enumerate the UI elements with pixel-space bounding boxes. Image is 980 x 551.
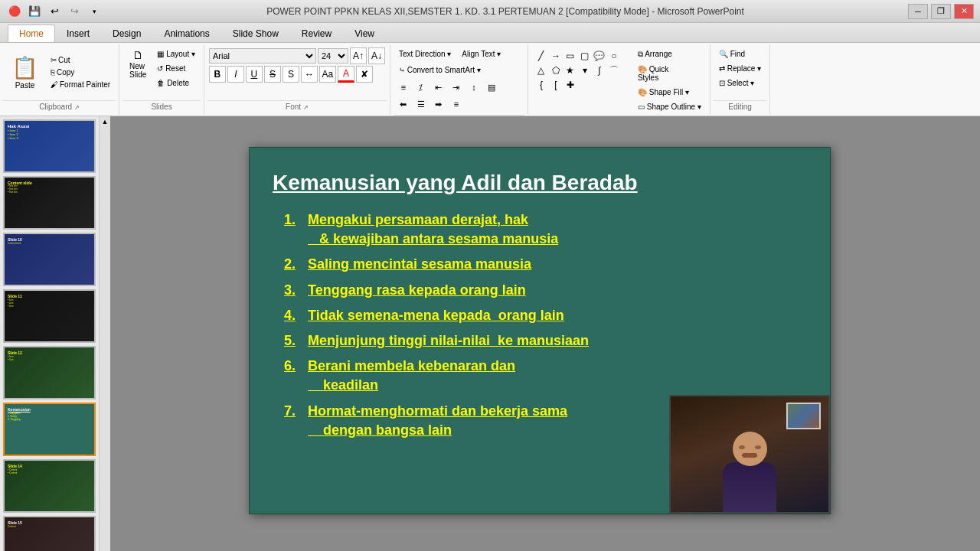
save-button[interactable]: 💾: [26, 3, 43, 20]
tab-home[interactable]: Home: [8, 24, 55, 42]
slide-canvas-area: ▲ ▼ Kemanusian yang Adil dan Beradab 1. …: [100, 116, 980, 551]
layout-icon: ▦: [157, 50, 164, 58]
slide-thumb-8[interactable]: 8 Hak Asasi • Item 1• Item 2• Item 3: [3, 119, 96, 173]
quick-access-more[interactable]: ▾: [86, 3, 103, 20]
slide-canvas[interactable]: Kemanusian yang Adil dan Beradab 1. Meng…: [249, 147, 831, 514]
shape-rounded-rect[interactable]: ▢: [578, 49, 592, 63]
decrease-font-button[interactable]: A↓: [368, 47, 385, 64]
shape-connector[interactable]: ⌒: [607, 64, 621, 77]
slide-thumb-11[interactable]: 11 Slide 11 • Line• Line• Line: [3, 289, 96, 343]
font-size-select[interactable]: 24: [318, 48, 348, 64]
slides-panel: 8 Hak Asasi • Item 1• Item 2• Item 3 9 C…: [0, 116, 100, 551]
window-controls: ─ ❐ ✕: [908, 4, 974, 19]
reset-icon: ↺: [157, 64, 163, 73]
tab-review[interactable]: Review: [290, 24, 343, 42]
format-painter-icon: 🖌: [51, 80, 58, 89]
shape-bracket[interactable]: [: [549, 78, 563, 92]
shape-callout[interactable]: 💬: [593, 49, 606, 63]
bullets-button[interactable]: ≡: [395, 80, 412, 95]
replace-button[interactable]: ⇄ Replace ▾: [715, 62, 765, 75]
layout-button[interactable]: ▦ Layout ▾: [153, 47, 199, 60]
new-slide-button[interactable]: 🗋 NewSlide: [124, 47, 152, 81]
font-color-button[interactable]: A: [338, 66, 354, 83]
tab-insert[interactable]: Insert: [55, 24, 101, 42]
shape-brace[interactable]: {: [534, 78, 548, 92]
italic-button[interactable]: I: [227, 66, 244, 83]
shape-star[interactable]: ★: [564, 64, 577, 77]
increase-indent-button[interactable]: ⇥: [448, 80, 465, 95]
align-left-button[interactable]: ⬅: [395, 96, 412, 112]
paragraph-controls: Text Direction ▾ Align Text ▾ ⤷ Convert …: [395, 47, 505, 112]
restore-button[interactable]: ❐: [931, 4, 951, 19]
ribbon-group-clipboard: 📋 Paste ✂ Cut ⎘ Copy 🖌 Format Painter Cl…: [0, 44, 119, 114]
underline-button[interactable]: U: [246, 66, 263, 83]
shape-outline-button[interactable]: ▭ Shape Outline ▾: [634, 100, 705, 113]
line-spacing-button[interactable]: ↕: [466, 80, 482, 95]
shape-more[interactable]: ▾: [578, 64, 592, 77]
shadow-button[interactable]: S: [283, 66, 299, 83]
slide-thumb-10[interactable]: 10 Slide 10 Content here: [3, 233, 96, 286]
paste-label: Paste: [15, 81, 35, 90]
shape-rect[interactable]: ▭: [564, 49, 577, 63]
scroll-up-arrow[interactable]: ▲: [100, 116, 110, 127]
shape-triangle[interactable]: △: [534, 64, 548, 77]
clear-format-button[interactable]: ✘: [356, 66, 373, 83]
ribbon-group-drawing: ╱ → ▭ ▢ 💬 ○ △ ⬠ ★ ▾ ∫ ⌒ { [ ✚ ⧉ Arrange …: [528, 44, 710, 114]
font-controls: Arial 24 A↑ A↓ B I U S S ↔ Aa A: [209, 47, 385, 83]
shape-arrow[interactable]: →: [549, 49, 563, 63]
justify-button[interactable]: ≡: [448, 96, 465, 112]
slide-thumb-14[interactable]: 14 Slide 14 • Content• Content: [3, 459, 96, 513]
shape-pentagon[interactable]: ⬠: [549, 64, 563, 77]
arrange-button[interactable]: ⧉ Arrange: [634, 47, 705, 61]
slide-thumb-15[interactable]: 15 Slide 15 Content: [3, 516, 96, 551]
delete-button[interactable]: 🗑 Delete: [153, 77, 199, 90]
clipboard-sub: ✂ Cut ⎘ Copy 🖌 Format Painter: [47, 47, 114, 97]
tab-animations[interactable]: Animations: [152, 24, 220, 42]
align-text-button[interactable]: Align Text ▾: [458, 47, 505, 60]
tab-view[interactable]: View: [343, 24, 386, 42]
paste-button[interactable]: 📋 Paste: [5, 47, 45, 97]
find-button[interactable]: 🔍 Find: [715, 47, 749, 60]
align-right-button[interactable]: ➡: [430, 96, 447, 112]
cut-button[interactable]: ✂ Cut: [47, 54, 114, 66]
convert-smartart-button[interactable]: ⤷ Convert to SmartArt ▾: [395, 64, 505, 77]
change-case-button[interactable]: Aa: [319, 66, 336, 83]
shape-line[interactable]: ╱: [534, 49, 548, 63]
tab-slideshow[interactable]: Slide Show: [221, 24, 290, 42]
shape-curve[interactable]: ∫: [593, 64, 606, 77]
shape-oval[interactable]: ○: [607, 49, 621, 63]
tab-design[interactable]: Design: [101, 24, 152, 42]
slide-thumb-13[interactable]: 13 Kemanusian 1. Mengakui2. Saling3. Ten…: [3, 403, 96, 456]
reset-button[interactable]: ↺ Reset: [153, 62, 199, 75]
list-item: 3. Tenggang rasa kepada orang lain: [273, 281, 807, 300]
numbering-button[interactable]: ⁒: [413, 80, 430, 95]
text-direction-button[interactable]: Text Direction ▾: [395, 47, 455, 60]
close-button[interactable]: ✕: [954, 4, 974, 19]
list-item: 2. Saling mencintai sesama manusia: [273, 255, 807, 274]
ribbon-group-paragraph: Text Direction ▾ Align Text ▾ ⤷ Convert …: [390, 44, 528, 114]
content-area: 8 Hak Asasi • Item 1• Item 2• Item 3 9 C…: [0, 116, 980, 551]
undo-button[interactable]: ↩: [46, 3, 63, 20]
font-name-select[interactable]: Arial: [209, 48, 316, 64]
copy-button[interactable]: ⎘ Copy: [47, 67, 114, 78]
increase-font-button[interactable]: A↑: [350, 47, 367, 64]
format-painter-button[interactable]: 🖌 Format Painter: [47, 79, 114, 90]
bold-button[interactable]: B: [209, 66, 226, 83]
office-logo: 🔴: [6, 3, 23, 20]
select-button[interactable]: ⊡ Select ▾: [715, 77, 758, 90]
ribbon-group-editing: 🔍 Find ⇄ Replace ▾ ⊡ Select ▾ Editing: [710, 44, 770, 114]
center-button[interactable]: ☰: [413, 96, 430, 112]
shapes-palette: ╱ → ▭ ▢ 💬 ○ △ ⬠ ★ ▾ ∫ ⌒ { [ ✚: [533, 47, 632, 93]
spacing-button[interactable]: ↔: [301, 66, 318, 83]
shape-fill-button[interactable]: 🎨 Shape Fill ▾: [634, 86, 705, 99]
shape-cross[interactable]: ✚: [564, 78, 577, 92]
strikethrough-button[interactable]: S: [264, 66, 281, 83]
slide-thumb-12[interactable]: 12 Slide 12 • Line• Line: [3, 346, 96, 399]
slide-thumb-9[interactable]: 9 Content slide • Text line• Text line• …: [3, 176, 96, 230]
clipboard-label: Clipboard ↗: [3, 100, 116, 112]
redo-button[interactable]: ↪: [66, 3, 83, 20]
minimize-button[interactable]: ─: [908, 4, 928, 19]
decrease-indent-button[interactable]: ⇤: [430, 80, 447, 95]
quick-styles-button[interactable]: 🎨 QuickStyles: [634, 63, 705, 84]
columns-button[interactable]: ▤: [483, 80, 500, 95]
